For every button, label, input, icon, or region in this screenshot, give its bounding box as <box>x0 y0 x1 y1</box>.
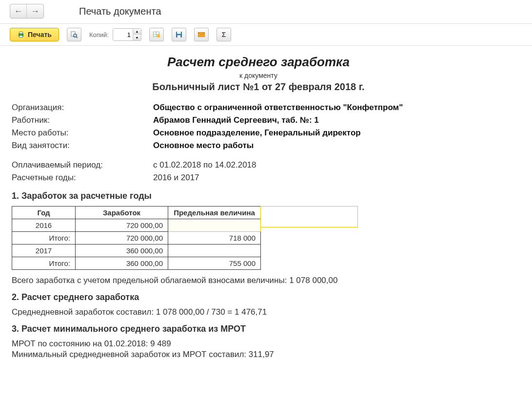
info-row-org: Организация: Общество с ограниченной отв… <box>12 101 505 114</box>
table-icon <box>153 31 160 38</box>
floppy-icon <box>175 31 183 38</box>
th-earnings: Заработок <box>76 207 168 219</box>
section-3-line2: Минимальный среднедневной заработок из М… <box>12 350 505 359</box>
table-row: Итого: 720 000,00 718 000 <box>12 232 261 245</box>
sigma-icon: Σ <box>222 31 226 38</box>
period-row-years: Расчетные годы: 2016 и 2017 <box>12 171 505 184</box>
info-table: Организация: Общество с ограниченной отв… <box>12 101 505 152</box>
info-row-employee: Работник: Абрамов Геннадий Сергеевич, та… <box>12 114 505 127</box>
svg-line-5 <box>76 37 78 38</box>
copies-decrement-button[interactable]: ▼ <box>133 35 141 40</box>
info-value: Общество с ограниченной ответственностью… <box>153 101 505 114</box>
cell-total-label: Итого: <box>12 232 76 245</box>
arrow-right-icon: → <box>31 6 39 17</box>
cell-earn: 360 000,00 <box>76 245 168 257</box>
info-value: Абрамов Геннадий Сергеевич, таб. №: 1 <box>153 114 505 127</box>
section-1-total: Всего заработка с учетом предельной обла… <box>12 276 505 285</box>
info-value: Основное место работы <box>153 139 505 152</box>
print-button-label: Печать <box>28 31 52 38</box>
table-row: Итого: 360 000,00 755 000 <box>12 257 261 270</box>
period-table: Оплачиваемый период: с 01.02.2018 по 14.… <box>12 159 505 184</box>
earnings-table-wrap: Год Заработок Предельная величина 2016 7… <box>12 206 505 270</box>
cell-limit[interactable] <box>168 219 261 232</box>
info-label: Организация: <box>12 101 153 114</box>
document-body: Расчет среднего заработка к документу Бо… <box>0 46 517 368</box>
svg-point-9 <box>157 34 160 38</box>
nav-forward-button[interactable]: → <box>27 4 43 18</box>
arrow-left-icon: ← <box>14 6 23 17</box>
svg-rect-1 <box>20 32 23 34</box>
copies-input[interactable] <box>113 29 133 40</box>
cell-year: 2017 <box>12 245 76 257</box>
nav-back-button[interactable]: ← <box>10 4 27 18</box>
section-2-text: Среднедневной заработок составил: 1 078 … <box>12 307 505 317</box>
info-label: Место работы: <box>12 127 153 139</box>
th-limit: Предельная величина <box>168 207 261 219</box>
info-row-workplace: Место работы: Основное подразделение, Ге… <box>12 127 505 139</box>
window-title: Печать документа <box>79 6 161 17</box>
printer-icon <box>17 31 25 38</box>
cell-total-label: Итого: <box>12 257 76 270</box>
info-row-employment-type: Вид занятости: Основное место работы <box>12 139 505 152</box>
info-value: Основное подразделение, Генеральный дире… <box>153 127 505 139</box>
send-email-button[interactable] <box>194 28 209 41</box>
copies-spinner: ▲ ▼ <box>133 29 141 40</box>
cell-earn: 720 000,00 <box>76 232 168 245</box>
cell-earn: 720 000,00 <box>76 219 168 232</box>
magnifier-icon <box>70 31 78 38</box>
copies-stepper[interactable]: ▲ ▼ <box>113 28 141 41</box>
earnings-table: Год Заработок Предельная величина 2016 7… <box>12 206 261 270</box>
section-2-head: 2. Расчет среднего заработка <box>12 292 505 302</box>
cell-year: 2016 <box>12 219 76 232</box>
period-value: 2016 и 2017 <box>153 171 505 184</box>
doc-reference: Больничный лист №1 от 27 февраля 2018 г. <box>12 81 505 93</box>
period-label: Оплачиваемый период: <box>12 159 153 171</box>
selection-highlight <box>260 206 358 227</box>
copies-label: Копий: <box>89 31 109 38</box>
table-row: 2016 720 000,00 <box>12 219 261 232</box>
doc-title: Расчет среднего заработка <box>12 55 505 70</box>
svg-rect-11 <box>177 32 181 34</box>
nav-button-group: ← → <box>10 4 44 19</box>
table-header-row: Год Заработок Предельная величина <box>12 207 261 219</box>
cell-limit: 718 000 <box>168 232 261 245</box>
titlebar: ← → Печать документа <box>0 0 532 24</box>
svg-rect-12 <box>177 35 181 38</box>
copies-increment-button[interactable]: ▲ <box>133 29 141 35</box>
cell-limit: 755 000 <box>168 257 261 270</box>
table-row: 2017 360 000,00 <box>12 245 261 257</box>
section-3-head: 3. Расчет минимального среднего заработк… <box>12 324 505 334</box>
period-value: с 01.02.2018 по 14.02.2018 <box>153 159 505 171</box>
period-label: Расчетные годы: <box>12 171 153 184</box>
cell-limit <box>168 245 261 257</box>
copies-group: Копий: ▲ ▼ <box>89 28 141 41</box>
th-year: Год <box>12 207 76 219</box>
info-label: Вид занятости: <box>12 139 153 152</box>
cell-earn: 360 000,00 <box>76 257 168 270</box>
envelope-icon <box>197 31 205 38</box>
sum-button[interactable]: Σ <box>217 28 231 41</box>
period-row-paid: Оплачиваемый период: с 01.02.2018 по 14.… <box>12 159 505 171</box>
info-label: Работник: <box>12 114 153 127</box>
save-button[interactable] <box>172 28 186 41</box>
svg-rect-2 <box>20 36 23 37</box>
section-1-head: 1. Заработок за расчетные годы <box>12 191 505 201</box>
preview-button[interactable] <box>67 28 81 41</box>
section-3-line1: МРОТ по состоянию на 01.02.2018: 9 489 <box>12 339 505 349</box>
table-settings-button[interactable] <box>149 28 164 41</box>
doc-subtitle: к документу <box>12 72 505 79</box>
print-button[interactable]: Печать <box>10 28 59 41</box>
toolbar: Печать Копий: ▲ ▼ Σ <box>0 24 532 46</box>
